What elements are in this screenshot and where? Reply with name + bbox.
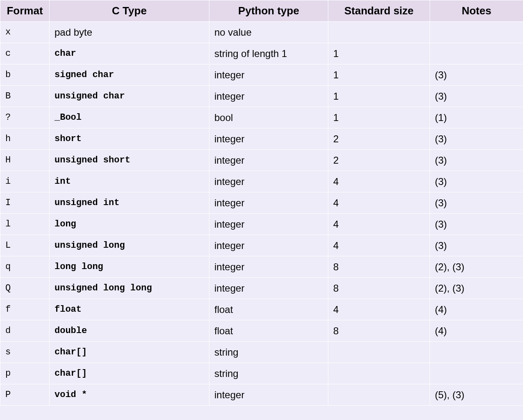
- table-row: hshortinteger2(3): [0, 128, 523, 150]
- cell-ctype: signed char: [50, 64, 209, 86]
- table-row: qlong longinteger8(2), (3): [0, 256, 523, 278]
- cell-notes: [430, 43, 523, 64]
- cell-format: i: [0, 171, 50, 192]
- cell-ctype: long long: [50, 256, 209, 278]
- cell-size: 2: [328, 150, 430, 171]
- cell-notes: [430, 22, 523, 43]
- cell-ctype: char[]: [50, 363, 209, 384]
- cell-notes: (4): [430, 320, 523, 342]
- table-row: schar[]string: [0, 342, 523, 363]
- cell-notes: (3): [430, 64, 523, 86]
- cell-ctype: int: [50, 171, 209, 192]
- cell-ctype: short: [50, 128, 209, 150]
- table-row: Bunsigned charinteger1(3): [0, 86, 523, 107]
- cell-size: 4: [328, 235, 430, 256]
- cell-size: 1: [328, 64, 430, 86]
- cell-format: ?: [0, 107, 50, 128]
- table-row: llonginteger4(3): [0, 214, 523, 235]
- col-notes: Notes: [430, 0, 523, 22]
- cell-size: 1: [328, 86, 430, 107]
- cell-format: f: [0, 299, 50, 320]
- cell-notes: (3): [430, 171, 523, 192]
- cell-format: s: [0, 342, 50, 363]
- table-row: ?_Boolbool1(1): [0, 107, 523, 128]
- cell-ctype: unsigned int: [50, 192, 209, 214]
- table-row: bsigned charinteger1(3): [0, 64, 523, 86]
- cell-pytype: bool: [209, 107, 328, 128]
- cell-ctype: double: [50, 320, 209, 342]
- cell-ctype: pad byte: [50, 22, 209, 43]
- cell-ctype: char: [50, 43, 209, 64]
- cell-notes: (3): [430, 235, 523, 256]
- cell-format: d: [0, 320, 50, 342]
- cell-size: 8: [328, 278, 430, 299]
- cell-format: p: [0, 363, 50, 384]
- cell-format: h: [0, 128, 50, 150]
- cell-pytype: integer: [209, 192, 328, 214]
- cell-pytype: integer: [209, 256, 328, 278]
- cell-notes: (3): [430, 128, 523, 150]
- table-row: ddoublefloat8(4): [0, 320, 523, 342]
- cell-notes: (3): [430, 150, 523, 171]
- cell-pytype: integer: [209, 171, 328, 192]
- table-row: Qunsigned long longinteger8(2), (3): [0, 278, 523, 299]
- col-size: Standard size: [328, 0, 430, 22]
- cell-notes: (2), (3): [430, 256, 523, 278]
- cell-size: [328, 342, 430, 363]
- cell-size: 1: [328, 107, 430, 128]
- table-row: Iunsigned intinteger4(3): [0, 192, 523, 214]
- cell-notes: (3): [430, 214, 523, 235]
- cell-size: 4: [328, 171, 430, 192]
- cell-format: I: [0, 192, 50, 214]
- cell-ctype: unsigned char: [50, 86, 209, 107]
- cell-pytype: integer: [209, 214, 328, 235]
- cell-format: B: [0, 86, 50, 107]
- cell-size: 4: [328, 299, 430, 320]
- cell-size: [328, 363, 430, 384]
- cell-pytype: integer: [209, 235, 328, 256]
- cell-ctype: unsigned long long: [50, 278, 209, 299]
- cell-notes: (5), (3): [430, 384, 523, 406]
- struct-format-table: Format C Type Python type Standard size …: [0, 0, 523, 406]
- table-row: Lunsigned longinteger4(3): [0, 235, 523, 256]
- table-row: xpad byteno value: [0, 22, 523, 43]
- cell-ctype: float: [50, 299, 209, 320]
- cell-format: x: [0, 22, 50, 43]
- cell-size: 4: [328, 192, 430, 214]
- cell-ctype: unsigned short: [50, 150, 209, 171]
- table-body: xpad byteno valueccharstring of length 1…: [0, 22, 523, 406]
- cell-pytype: integer: [209, 64, 328, 86]
- cell-ctype: long: [50, 214, 209, 235]
- table-row: Hunsigned shortinteger2(3): [0, 150, 523, 171]
- cell-ctype: unsigned long: [50, 235, 209, 256]
- cell-size: 1: [328, 43, 430, 64]
- cell-size: 4: [328, 214, 430, 235]
- cell-notes: (2), (3): [430, 278, 523, 299]
- cell-format: Q: [0, 278, 50, 299]
- cell-format: L: [0, 235, 50, 256]
- cell-size: [328, 22, 430, 43]
- cell-pytype: string: [209, 342, 328, 363]
- cell-ctype: _Bool: [50, 107, 209, 128]
- cell-format: b: [0, 64, 50, 86]
- table-row: iintinteger4(3): [0, 171, 523, 192]
- cell-pytype: integer: [209, 86, 328, 107]
- cell-pytype: string: [209, 363, 328, 384]
- cell-pytype: float: [209, 320, 328, 342]
- cell-pytype: integer: [209, 384, 328, 406]
- cell-pytype: float: [209, 299, 328, 320]
- cell-notes: (3): [430, 86, 523, 107]
- cell-notes: [430, 342, 523, 363]
- cell-format: l: [0, 214, 50, 235]
- col-ctype: C Type: [50, 0, 209, 22]
- cell-pytype: integer: [209, 278, 328, 299]
- table-row: Pvoid *integer(5), (3): [0, 384, 523, 406]
- cell-format: q: [0, 256, 50, 278]
- cell-pytype: integer: [209, 128, 328, 150]
- table-row: ccharstring of length 11: [0, 43, 523, 64]
- table-row: ffloatfloat4(4): [0, 299, 523, 320]
- cell-size: [328, 384, 430, 406]
- cell-notes: (3): [430, 192, 523, 214]
- cell-format: c: [0, 43, 50, 64]
- col-pytype: Python type: [209, 0, 328, 22]
